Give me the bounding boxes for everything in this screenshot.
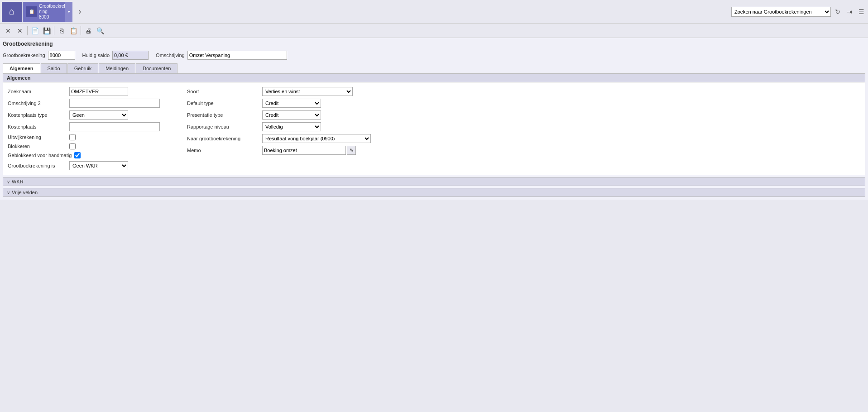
home-button[interactable]: ⌂ (2, 2, 22, 22)
blokkeren-checkbox[interactable] (69, 143, 76, 149)
geblokkeerd-checkbox[interactable] (74, 152, 81, 158)
grootboekrekening-is-label: Grootboekrekening is (8, 163, 67, 168)
search-select[interactable]: Zoeken naar Grootboekrekeningen (731, 7, 831, 17)
naar-grootboekrekening-field: Naar grootboekrekening Resultaat vorig b… (187, 134, 371, 143)
memo-field: Memo ✎ (187, 146, 371, 155)
refresh-button[interactable]: ↻ (833, 7, 843, 17)
wkr-section: ∨ WKR (3, 177, 865, 186)
new-button[interactable]: ✕ (3, 25, 14, 36)
naar-grootboekrekening-label: Naar grootboekrekening (187, 136, 259, 141)
app-tab-text: Grootboekreke ning 8000 (39, 4, 69, 20)
zoeknaam-field: Zoeknaam (8, 87, 160, 96)
separator-2 (54, 26, 54, 35)
grootboekrekening-field: Grootboekrekening (3, 51, 75, 60)
huidig-saldo-label: Huidig saldo (82, 53, 110, 58)
grootboekrekening-input[interactable] (48, 51, 75, 60)
tab-documenten[interactable]: Documenten (136, 63, 177, 73)
left-column: Zoeknaam Omschrijving 2 Kostenplaats typ… (8, 87, 160, 170)
page-title: Grootboekrekening (3, 41, 865, 47)
search-button[interactable]: 🔍 (95, 25, 106, 36)
vrije-velden-title: Vrije velden (12, 190, 38, 195)
presentatie-type-select[interactable]: Credit (262, 110, 321, 120)
nav-next-button[interactable]: ⇥ (844, 7, 854, 17)
app-tab-icon: 📋 (26, 6, 37, 17)
zoeknaam-input[interactable] (69, 87, 128, 96)
rapportage-niveau-field: Rapportage niveau Volledig (187, 122, 371, 131)
memo-container: ✎ (262, 146, 356, 155)
huidig-saldo-field: Huidig saldo 0,00 € (82, 51, 149, 60)
huidig-saldo-value: 0,00 € (112, 51, 149, 60)
omschrijving2-input[interactable] (69, 99, 160, 108)
wkr-arrow: ∨ (7, 179, 10, 184)
rapportage-niveau-select[interactable]: Volledig (262, 122, 321, 131)
nav-menu-button[interactable]: ☰ (856, 7, 866, 17)
presentatie-type-label: Presentatie type (187, 112, 259, 118)
tab-algemeen[interactable]: Algemeen (3, 63, 40, 73)
uitwijkrekening-checkbox[interactable] (69, 134, 76, 140)
omschrijving-label: Omschrijving (156, 53, 185, 58)
search-container: Zoeken naar Grootboekrekeningen ↻ ⇥ ☰ (731, 7, 866, 17)
geblokkeerd-label: Geblokkeerd voor handmatig (8, 153, 72, 158)
grootboekrekening-label: Grootboekrekening (3, 53, 45, 58)
vrije-velden-arrow: ∨ (7, 190, 10, 195)
rapportage-niveau-label: Rapportage niveau (187, 124, 259, 129)
page-content: Grootboekrekening Grootboekrekening Huid… (0, 38, 868, 200)
default-type-label: Default type (187, 101, 259, 106)
soort-select[interactable]: Verlies en winst (262, 87, 353, 96)
save-split-button[interactable]: 💾 (41, 25, 52, 36)
uitwijkrekening-field: Uitwijkrekening (8, 134, 160, 140)
geblokkeerd-field: Geblokkeerd voor handmatig (8, 152, 160, 158)
memo-edit-button[interactable]: ✎ (347, 146, 356, 155)
kostenplaats-field: Kostenplaats (8, 122, 160, 131)
zoeknaam-label: Zoeknaam (8, 89, 67, 94)
vrije-velden-section: ∨ Vrije velden (3, 188, 865, 197)
app-tab[interactable]: 📋 Grootboekreke ning 8000 ▾ (23, 2, 72, 22)
soort-field: Soort Verlies en winst (187, 87, 371, 96)
home-icon: ⌂ (9, 6, 14, 17)
kostenplaats-label: Kostenplaats (8, 124, 67, 129)
kostenplaats-type-label: Kostenplaats type (8, 112, 67, 118)
nav-forward-button[interactable]: › (73, 5, 86, 18)
omschrijving2-field: Omschrijving 2 (8, 99, 160, 108)
naar-grootboekrekening-select[interactable]: Resultaat vorig boekjaar (0900) (262, 134, 371, 143)
tab-saldo[interactable]: Saldo (41, 63, 67, 73)
algemeen-panel: Algemeen Zoeknaam Omschrijving 2 Kostenp… (3, 73, 865, 175)
top-nav: ⌂ 📋 Grootboekreke ning 8000 ▾ › Zoeken n… (0, 0, 868, 24)
algemeen-section-header: Algemeen (3, 74, 865, 82)
file-button[interactable]: 📄 (29, 25, 40, 36)
grootboekrekening-is-field: Grootboekrekening is Geen WKR (8, 161, 160, 170)
copy-button[interactable]: ⎘ (56, 25, 67, 36)
kostenplaats-type-select[interactable]: Geen (69, 110, 128, 120)
default-type-field: Default type Credit (187, 99, 371, 108)
blokkeren-field: Blokkeren (8, 143, 160, 149)
omschrijving2-label: Omschrijving 2 (8, 101, 67, 106)
right-column: Soort Verlies en winst Default type Cred… (187, 87, 371, 170)
grootboekrekening-is-select[interactable]: Geen WKR (69, 161, 128, 170)
memo-input[interactable] (262, 146, 346, 155)
blokkeren-label: Blokkeren (8, 144, 67, 149)
separator-1 (27, 26, 28, 35)
soort-label: Soort (187, 89, 259, 94)
wkr-header[interactable]: ∨ WKR (3, 177, 865, 186)
vrije-velden-header[interactable]: ∨ Vrije velden (3, 188, 865, 196)
wkr-title: WKR (12, 179, 24, 184)
separator-3 (81, 26, 81, 35)
print-button[interactable]: 🖨 (83, 25, 94, 36)
kostenplaats-type-field: Kostenplaats type Geen (8, 110, 160, 120)
app-tab-dropdown[interactable]: ▾ (65, 2, 72, 22)
omschrijving-input[interactable] (187, 51, 287, 60)
default-type-select[interactable]: Credit (262, 99, 321, 108)
presentatie-type-field: Presentatie type Credit (187, 110, 371, 120)
close-button[interactable]: ✕ (14, 25, 25, 36)
toolbar: ✕ ✕ 📄 💾 ⎘ 📋 🖨 🔍 (0, 24, 868, 38)
memo-label: Memo (187, 148, 259, 153)
tab-meldingen[interactable]: Meldingen (99, 63, 135, 73)
header-fields: Grootboekrekening Huidig saldo 0,00 € Om… (3, 51, 865, 60)
uitwijkrekening-label: Uitwijkrekening (8, 134, 67, 140)
algemeen-section-body: Zoeknaam Omschrijving 2 Kostenplaats typ… (3, 82, 865, 175)
tabs-bar: Algemeen Saldo Gebruik Meldingen Documen… (3, 63, 865, 73)
kostenplaats-input[interactable] (69, 122, 160, 131)
paste-button[interactable]: 📋 (68, 25, 79, 36)
tab-gebruik[interactable]: Gebruik (67, 63, 99, 73)
omschrijving-field: Omschrijving (156, 51, 287, 60)
